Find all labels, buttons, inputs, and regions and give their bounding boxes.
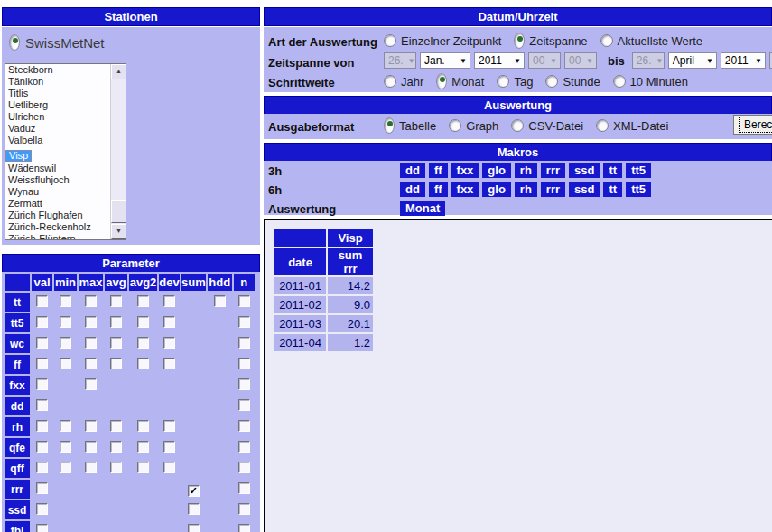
- makro-button-dd-3h[interactable]: dd: [400, 163, 425, 178]
- checkbox-rh-val[interactable]: [36, 420, 48, 432]
- checkbox-tt-dev[interactable]: [163, 295, 175, 307]
- checkbox-tt-avg[interactable]: [110, 295, 122, 307]
- checkbox-dd-val[interactable]: [36, 399, 48, 411]
- station-listbox[interactable]: SteckbornTänikonTitlisUetlibergUlrichenV…: [5, 63, 126, 240]
- checkbox-ssd-sum[interactable]: [188, 503, 200, 515]
- checkbox-tt-hdd[interactable]: [214, 295, 226, 307]
- checkbox-fxx-val[interactable]: [36, 378, 48, 390]
- checkbox-tt-n[interactable]: [238, 295, 250, 307]
- checkbox-tt5-avg[interactable]: [110, 316, 122, 328]
- checkbox-qff-val[interactable]: [36, 462, 48, 473]
- schrittweite-option-monat[interactable]: Monat: [436, 73, 484, 89]
- network-radio-swissmetnet[interactable]: SwissMetNet: [9, 34, 105, 51]
- checkbox-fbl-n[interactable]: [238, 524, 250, 532]
- art-option-einzelner-zeitpunkt[interactable]: Einzelner Zeitpunkt: [384, 34, 501, 48]
- checkbox-qff-n[interactable]: [238, 462, 250, 473]
- checkbox-qfe-avg2[interactable]: [137, 441, 149, 453]
- checkbox-wc-val[interactable]: [36, 337, 48, 349]
- station-option[interactable]: Steckborn: [5, 64, 111, 76]
- checkbox-tt5-n[interactable]: [238, 316, 250, 328]
- makro-button-tt5-6h[interactable]: tt5: [626, 182, 651, 197]
- checkbox-wc-avg2[interactable]: [137, 337, 149, 349]
- ausgabeformat-option-graph[interactable]: Graph: [449, 119, 498, 133]
- makro-button-tt5-3h[interactable]: tt5: [626, 163, 651, 178]
- checkbox-qff-avg[interactable]: [110, 462, 122, 473]
- station-option[interactable]: Titlis: [5, 88, 111, 99]
- bis-select-1[interactable]: April▼: [668, 52, 717, 69]
- ausgabeformat-option-csv-datei[interactable]: CSV-Datei: [511, 119, 583, 133]
- checkbox-ff-avg[interactable]: [110, 358, 122, 369]
- checkbox-tt5-val[interactable]: [36, 316, 48, 328]
- checkbox-rh-n[interactable]: [238, 420, 250, 432]
- von-select-2[interactable]: 2011▼: [474, 52, 525, 69]
- makro-button-ff-6h[interactable]: ff: [429, 182, 448, 197]
- makro-button-Monat-auswertung[interactable]: Monat: [400, 201, 445, 216]
- checkbox-ff-max[interactable]: [85, 358, 97, 369]
- checkbox-ff-min[interactable]: [60, 358, 71, 369]
- checkbox-rrr-sum[interactable]: ✓: [188, 485, 200, 497]
- checkbox-qff-avg2[interactable]: [137, 462, 149, 473]
- art-option-zeitspanne[interactable]: Zeitspanne: [514, 33, 587, 49]
- checkbox-ff-n[interactable]: [238, 358, 250, 369]
- checkbox-ff-avg2[interactable]: [137, 358, 149, 369]
- station-option[interactable]: Uetliberg: [5, 99, 111, 111]
- station-option[interactable]: Zürich-Flüntern: [5, 233, 111, 240]
- checkbox-ssd-n[interactable]: [238, 503, 250, 515]
- checkbox-fbl-sum[interactable]: [188, 524, 200, 532]
- makro-button-rh-6h[interactable]: rh: [515, 182, 537, 197]
- makro-button-ssd-3h[interactable]: ssd: [569, 163, 600, 178]
- checkbox-rh-min[interactable]: [60, 420, 71, 432]
- checkbox-wc-min[interactable]: [60, 337, 71, 349]
- berechnen-button[interactable]: Berechnen: [733, 115, 772, 135]
- makro-button-tt-6h[interactable]: tt: [603, 182, 622, 197]
- makro-button-fxx-3h[interactable]: fxx: [451, 163, 479, 178]
- checkbox-tt-avg2[interactable]: [137, 295, 149, 307]
- station-option[interactable]: Wynau: [5, 186, 111, 198]
- makro-button-glo-6h[interactable]: glo: [482, 182, 511, 197]
- bis-select-2[interactable]: 2011▼: [721, 52, 766, 69]
- checkbox-qfe-n[interactable]: [238, 441, 250, 453]
- checkbox-qff-max[interactable]: [85, 462, 97, 473]
- checkbox-rrr-val[interactable]: [36, 482, 48, 494]
- checkbox-tt-val[interactable]: [36, 295, 48, 307]
- checkbox-fbl-val[interactable]: [36, 524, 48, 532]
- station-option[interactable]: Valbella: [5, 135, 111, 146]
- makro-button-rh-3h[interactable]: rh: [515, 163, 537, 178]
- checkbox-rh-max[interactable]: [85, 420, 97, 432]
- makro-button-ssd-6h[interactable]: ssd: [569, 182, 600, 197]
- scroll-down-button[interactable]: ▼: [111, 224, 126, 239]
- checkbox-fxx-max[interactable]: [85, 378, 97, 390]
- checkbox-tt5-avg2[interactable]: [137, 316, 149, 328]
- checkbox-rrr-n[interactable]: [238, 482, 250, 494]
- checkbox-tt5-dev[interactable]: [163, 316, 175, 328]
- checkbox-qff-dev[interactable]: [163, 462, 175, 473]
- schrittweite-option-tag[interactable]: Tag: [497, 75, 533, 89]
- station-option[interactable]: Vaduz: [5, 123, 111, 135]
- ausgabeformat-option-tabelle[interactable]: Tabelle: [384, 117, 436, 134]
- checkbox-ff-val[interactable]: [36, 358, 48, 369]
- makro-button-rrr-6h[interactable]: rrr: [541, 182, 565, 197]
- station-list-scrollbar[interactable]: ▲ ▼: [110, 64, 126, 239]
- checkbox-wc-n[interactable]: [238, 337, 250, 349]
- checkbox-fxx-n[interactable]: [238, 378, 250, 390]
- station-option[interactable]: Wädenswil: [5, 163, 111, 174]
- station-option[interactable]: Zürich Flughafen: [5, 210, 111, 221]
- makro-button-tt-3h[interactable]: tt: [603, 163, 622, 178]
- checkbox-dd-n[interactable]: [238, 399, 250, 411]
- checkbox-qfe-min[interactable]: [60, 441, 71, 453]
- schrittweite-option-10-minuten[interactable]: 10 Minuten: [613, 75, 688, 89]
- scroll-up-button[interactable]: ▲: [111, 64, 126, 79]
- checkbox-wc-avg[interactable]: [110, 337, 122, 349]
- checkbox-rh-dev[interactable]: [163, 420, 175, 432]
- scrollbar-thumb[interactable]: [111, 200, 126, 223]
- checkbox-wc-dev[interactable]: [163, 337, 175, 349]
- checkbox-wc-max[interactable]: [85, 337, 97, 349]
- makro-button-glo-3h[interactable]: glo: [482, 163, 511, 178]
- schrittweite-option-stunde[interactable]: Stunde: [545, 75, 600, 89]
- station-option[interactable]: Zermatt: [5, 198, 111, 210]
- station-option[interactable]: Zürich-Reckenholz: [5, 221, 111, 233]
- checkbox-qfe-avg[interactable]: [110, 441, 122, 453]
- checkbox-tt-max[interactable]: [85, 295, 97, 307]
- schrittweite-option-jahr[interactable]: Jahr: [384, 75, 423, 89]
- checkbox-tt5-min[interactable]: [60, 316, 71, 328]
